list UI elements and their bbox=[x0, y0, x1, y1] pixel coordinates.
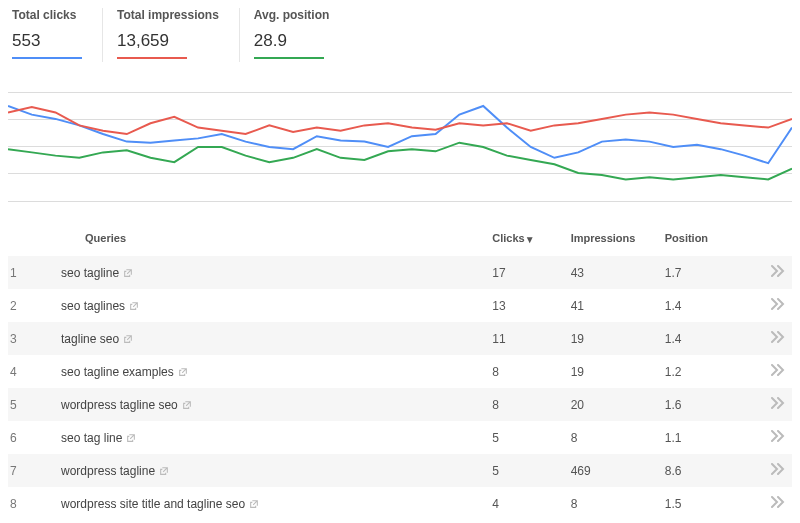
table-row[interactable]: 5wordpress tagline seo8201.6 bbox=[8, 388, 792, 421]
row-index: 5 bbox=[8, 388, 55, 421]
metric-card[interactable]: Avg. position28.9 bbox=[240, 8, 350, 62]
queries-table: Queries Clicks▼ Impressions Position 1se… bbox=[8, 222, 792, 520]
metric-card[interactable]: Total impressions13,659 bbox=[103, 8, 240, 62]
metric-underline bbox=[254, 57, 324, 59]
row-index: 7 bbox=[8, 454, 55, 487]
external-link-icon[interactable] bbox=[123, 268, 133, 278]
table-row[interactable]: 3tagline seo11191.4 bbox=[8, 322, 792, 355]
table-row[interactable]: 7wordpress tagline54698.6 bbox=[8, 454, 792, 487]
queries-tbody: 1seo tagline17431.72seo taglines13411.43… bbox=[8, 256, 792, 520]
external-link-icon[interactable] bbox=[159, 466, 169, 476]
col-index bbox=[8, 222, 55, 256]
metric-underline bbox=[117, 57, 187, 59]
row-clicks: 13 bbox=[486, 289, 564, 322]
row-more[interactable] bbox=[753, 487, 792, 520]
row-position: 1.1 bbox=[659, 421, 753, 454]
chevron-right-double-icon[interactable] bbox=[770, 430, 786, 442]
metric-label: Avg. position bbox=[254, 8, 330, 22]
row-query[interactable]: wordpress tagline bbox=[55, 454, 486, 487]
row-position: 1.2 bbox=[659, 355, 753, 388]
row-query[interactable]: wordpress site title and tagline seo bbox=[55, 487, 486, 520]
row-more[interactable] bbox=[753, 289, 792, 322]
row-index: 4 bbox=[8, 355, 55, 388]
row-more[interactable] bbox=[753, 256, 792, 289]
chart-series-position bbox=[8, 143, 792, 180]
col-position-header[interactable]: Position bbox=[659, 222, 753, 256]
chart-container bbox=[8, 92, 792, 202]
row-position: 1.7 bbox=[659, 256, 753, 289]
metric-card[interactable]: Total clicks553 bbox=[8, 8, 103, 62]
row-clicks: 8 bbox=[486, 355, 564, 388]
row-more[interactable] bbox=[753, 454, 792, 487]
row-impressions: 19 bbox=[565, 322, 659, 355]
row-query[interactable]: tagline seo bbox=[55, 322, 486, 355]
row-position: 1.6 bbox=[659, 388, 753, 421]
row-position: 8.6 bbox=[659, 454, 753, 487]
row-query[interactable]: wordpress tagline seo bbox=[55, 388, 486, 421]
row-impressions: 43 bbox=[565, 256, 659, 289]
line-chart bbox=[8, 92, 792, 202]
row-clicks: 4 bbox=[486, 487, 564, 520]
row-clicks: 5 bbox=[486, 421, 564, 454]
row-clicks: 8 bbox=[486, 388, 564, 421]
row-position: 1.5 bbox=[659, 487, 753, 520]
row-more[interactable] bbox=[753, 421, 792, 454]
row-position: 1.4 bbox=[659, 289, 753, 322]
row-more[interactable] bbox=[753, 322, 792, 355]
external-link-icon[interactable] bbox=[126, 433, 136, 443]
chevron-right-double-icon[interactable] bbox=[770, 364, 786, 376]
row-clicks: 17 bbox=[486, 256, 564, 289]
row-impressions: 469 bbox=[565, 454, 659, 487]
col-clicks-header[interactable]: Clicks▼ bbox=[486, 222, 564, 256]
table-row[interactable]: 4seo tagline examples8191.2 bbox=[8, 355, 792, 388]
row-index: 1 bbox=[8, 256, 55, 289]
chevron-right-double-icon[interactable] bbox=[770, 331, 786, 343]
metric-label: Total impressions bbox=[117, 8, 219, 22]
row-position: 1.4 bbox=[659, 322, 753, 355]
external-link-icon[interactable] bbox=[129, 301, 139, 311]
row-index: 8 bbox=[8, 487, 55, 520]
metric-value: 28.9 bbox=[254, 31, 330, 51]
row-index: 6 bbox=[8, 421, 55, 454]
row-more[interactable] bbox=[753, 388, 792, 421]
chart-svg bbox=[8, 93, 792, 201]
external-link-icon[interactable] bbox=[178, 367, 188, 377]
chevron-right-double-icon[interactable] bbox=[770, 463, 786, 475]
row-index: 2 bbox=[8, 289, 55, 322]
row-impressions: 20 bbox=[565, 388, 659, 421]
chevron-right-double-icon[interactable] bbox=[770, 298, 786, 310]
table-row[interactable]: 8wordpress site title and tagline seo481… bbox=[8, 487, 792, 520]
col-impressions-header[interactable]: Impressions bbox=[565, 222, 659, 256]
row-impressions: 41 bbox=[565, 289, 659, 322]
external-link-icon[interactable] bbox=[249, 499, 259, 509]
row-impressions: 8 bbox=[565, 487, 659, 520]
row-query[interactable]: seo tagline examples bbox=[55, 355, 486, 388]
row-query[interactable]: seo tagline bbox=[55, 256, 486, 289]
external-link-icon[interactable] bbox=[182, 400, 192, 410]
metric-underline bbox=[12, 57, 82, 59]
metric-value: 13,659 bbox=[117, 31, 219, 51]
col-more bbox=[753, 222, 792, 256]
chevron-right-double-icon[interactable] bbox=[770, 265, 786, 277]
metric-value: 553 bbox=[12, 31, 82, 51]
row-index: 3 bbox=[8, 322, 55, 355]
metric-label: Total clicks bbox=[12, 8, 82, 22]
sort-desc-icon: ▼ bbox=[525, 234, 535, 245]
row-query[interactable]: seo taglines bbox=[55, 289, 486, 322]
table-row[interactable]: 1seo tagline17431.7 bbox=[8, 256, 792, 289]
metrics-bar: Total clicks553Total impressions13,659Av… bbox=[0, 0, 800, 62]
row-impressions: 19 bbox=[565, 355, 659, 388]
external-link-icon[interactable] bbox=[123, 334, 133, 344]
chevron-right-double-icon[interactable] bbox=[770, 496, 786, 508]
chevron-right-double-icon[interactable] bbox=[770, 397, 786, 409]
row-more[interactable] bbox=[753, 355, 792, 388]
table-row[interactable]: 6seo tag line581.1 bbox=[8, 421, 792, 454]
col-queries-header[interactable]: Queries bbox=[55, 222, 486, 256]
row-query[interactable]: seo tag line bbox=[55, 421, 486, 454]
table-row[interactable]: 2seo taglines13411.4 bbox=[8, 289, 792, 322]
row-clicks: 11 bbox=[486, 322, 564, 355]
row-impressions: 8 bbox=[565, 421, 659, 454]
row-clicks: 5 bbox=[486, 454, 564, 487]
queries-table-wrap: Queries Clicks▼ Impressions Position 1se… bbox=[8, 222, 792, 520]
chart-series-impressions bbox=[8, 107, 792, 134]
